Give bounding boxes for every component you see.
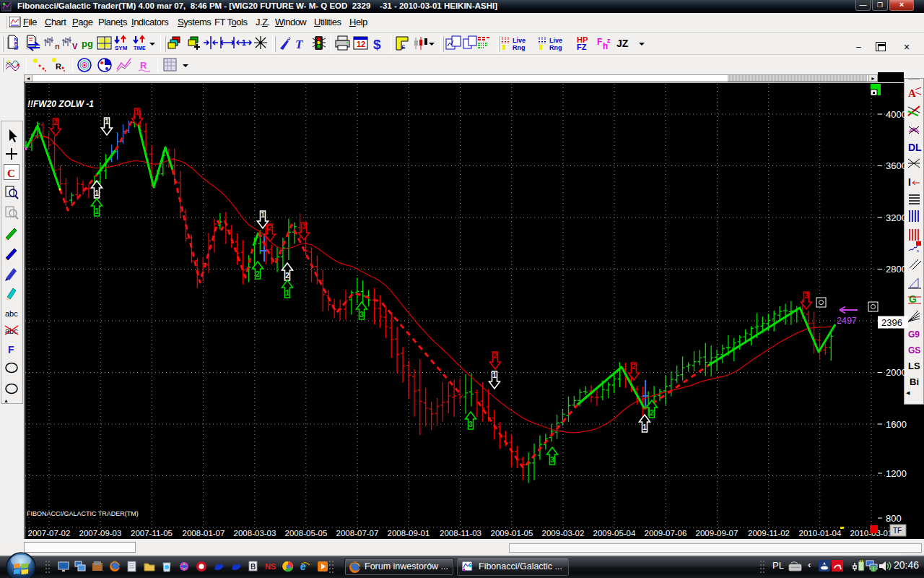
svg-text:1: 1	[95, 189, 99, 197]
svg-text:2008-05-05: 2008-05-05	[285, 529, 328, 538]
svg-text:1200: 1200	[886, 468, 907, 479]
svg-text:2010-01-04: 2010-01-04	[799, 529, 842, 538]
svg-text:2497: 2497	[837, 316, 857, 326]
svg-text:!!FW20 ZOLW -1: !!FW20 ZOLW -1	[27, 99, 94, 109]
svg-text:800: 800	[886, 513, 902, 524]
svg-text:TF: TF	[893, 527, 902, 535]
svg-text:FIBONACCI/GALACTIC TRADER(TM): FIBONACCI/GALACTIC TRADER(TM)	[27, 510, 139, 517]
svg-text:4000: 4000	[886, 109, 907, 120]
svg-text:2009-05-04: 2009-05-04	[593, 529, 636, 538]
svg-text:2008-11-03: 2008-11-03	[440, 529, 481, 538]
svg-text:1: 1	[261, 211, 265, 219]
svg-text:2009-11-02: 2009-11-02	[748, 529, 790, 538]
svg-text:2: 2	[632, 363, 636, 371]
svg-text:1600: 1600	[886, 419, 907, 430]
svg-text:2007-07-02: 2007-07-02	[28, 529, 71, 538]
svg-text:2: 2	[285, 272, 289, 280]
svg-text:3200: 3200	[886, 212, 907, 223]
svg-text:3: 3	[359, 311, 364, 319]
svg-text:1: 1	[105, 118, 109, 126]
svg-text:3: 3	[302, 223, 306, 230]
svg-text:2007-11-05: 2007-11-05	[131, 529, 173, 538]
svg-text:2009-07-06: 2009-07-06	[645, 529, 687, 538]
svg-text:2: 2	[650, 409, 654, 417]
svg-text:2009-09-07: 2009-09-07	[696, 529, 738, 538]
svg-text:2800: 2800	[886, 264, 907, 275]
svg-text:2: 2	[256, 270, 260, 278]
svg-text:2008-03-03: 2008-03-03	[234, 529, 276, 538]
svg-text:3: 3	[550, 456, 554, 464]
svg-text:2007-09-03: 2007-09-03	[79, 529, 122, 538]
svg-text:1: 1	[642, 423, 647, 431]
svg-text:2008-09-01: 2008-09-01	[388, 529, 430, 538]
svg-text:3: 3	[468, 420, 473, 428]
svg-text:2: 2	[53, 118, 58, 126]
svg-text:2396: 2396	[881, 317, 902, 328]
svg-text:1: 1	[95, 207, 99, 215]
svg-text:3600: 3600	[886, 160, 907, 171]
svg-text:2009-01-05: 2009-01-05	[491, 529, 533, 538]
svg-text:2008-01-07: 2008-01-07	[183, 529, 225, 538]
svg-text:2000: 2000	[886, 367, 907, 378]
svg-text:3: 3	[804, 292, 808, 300]
svg-text:2: 2	[493, 352, 497, 360]
svg-text:1: 1	[285, 289, 289, 297]
svg-text:2: 2	[268, 224, 272, 232]
svg-text:1: 1	[492, 371, 497, 379]
svg-text:2008-07-07: 2008-07-07	[336, 529, 379, 538]
svg-text:2009-03-02: 2009-03-02	[542, 529, 585, 538]
svg-text:1: 1	[135, 108, 139, 116]
